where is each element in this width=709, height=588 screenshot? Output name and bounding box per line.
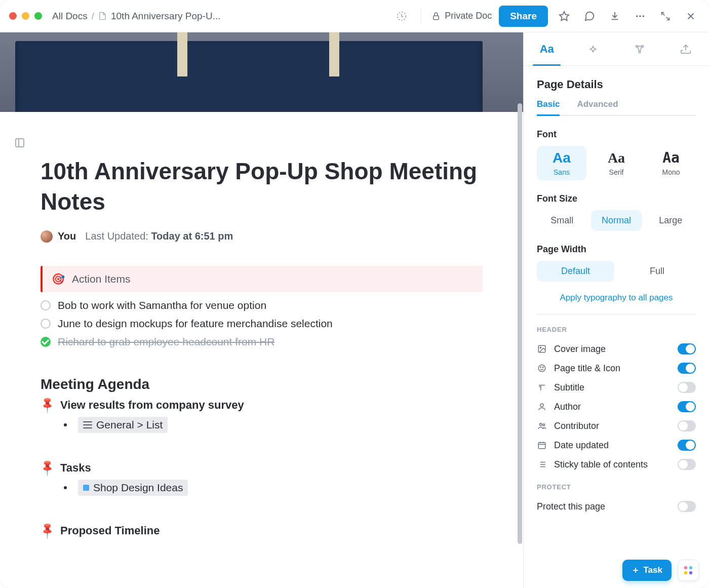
close-window-icon[interactable] (9, 12, 17, 20)
panel-subtabs: Basic Advanced (537, 99, 696, 116)
font-sans[interactable]: AaSans (537, 146, 586, 180)
timeline-bullet[interactable]: 📌 Proposed Timeline (41, 524, 483, 537)
row-label: Subtitle (554, 382, 671, 393)
action-item-text[interactable]: Bob to work with Samantha for venue opti… (58, 299, 266, 311)
floating-actions: Task (622, 560, 699, 581)
top-bar: All Docs / 10th Anniversary Pop-U... Pri… (0, 0, 709, 32)
breadcrumb-separator: / (92, 11, 94, 22)
row-subtitle: Subtitle (537, 378, 696, 397)
font-size-normal[interactable]: Normal (591, 210, 641, 231)
action-items-callout[interactable]: 🎯 Action Items (41, 266, 483, 292)
font-serif[interactable]: AaSerif (592, 146, 641, 180)
tab-ai[interactable] (570, 32, 617, 65)
page-details-panel: Aa Page Details Basic Advanced Font AaSa… (523, 32, 709, 588)
divider (537, 314, 696, 315)
collapse-icon[interactable] (656, 7, 675, 25)
toggle-cover[interactable] (678, 343, 696, 355)
toggle-date-updated[interactable] (678, 440, 696, 451)
author-label: You (58, 230, 76, 242)
toggle-author[interactable] (678, 401, 696, 412)
callout-label: Action Items (72, 273, 131, 285)
page-width-full[interactable]: Full (618, 261, 696, 282)
minimize-window-icon[interactable] (22, 12, 29, 20)
breadcrumb-root[interactable]: All Docs (52, 11, 88, 22)
page-meta: You Last Updated: Today at 6:51 pm (41, 230, 483, 243)
bullet-icon (64, 423, 67, 426)
window-controls (9, 12, 42, 20)
download-icon[interactable] (606, 7, 624, 25)
row-label: Author (554, 402, 671, 412)
row-sticky-toc: Sticky table of contents (537, 455, 696, 474)
close-panel-icon[interactable] (682, 7, 700, 25)
scrollbar-thumb[interactable] (518, 103, 522, 544)
tab-export[interactable] (663, 32, 710, 65)
zoom-window-icon[interactable] (34, 12, 42, 20)
emoji-icon (537, 363, 547, 373)
apps-button[interactable] (678, 560, 699, 581)
row-date-updated: Date updated (537, 436, 696, 455)
checkbox-icon[interactable] (41, 300, 51, 310)
action-item[interactable]: Bob to work with Samantha for venue opti… (41, 299, 483, 311)
svg-point-10 (636, 45, 638, 47)
svg-line-6 (662, 12, 665, 15)
history-icon[interactable] (392, 7, 411, 25)
breadcrumb-current[interactable]: 10th Anniversary Pop-U... (111, 11, 221, 22)
page-title[interactable]: 10th Anniversary Pop-Up Shop Meeting Not… (41, 156, 483, 217)
page-width-label: Page Width (537, 244, 696, 255)
calendar-icon (537, 440, 547, 450)
bullet-icon (64, 486, 67, 489)
tab-typography[interactable]: Aa (524, 32, 570, 65)
view-chip[interactable]: General > List (78, 417, 168, 433)
toggle-sticky-toc[interactable] (678, 459, 696, 470)
action-item-text[interactable]: Richard to grab employee headcount from … (58, 336, 274, 348)
privacy-indicator[interactable]: Private Doc (431, 11, 492, 21)
divider (421, 9, 421, 24)
subtab-advanced[interactable]: Advanced (577, 99, 618, 115)
users-icon (537, 421, 547, 431)
row-label: Sticky table of contents (554, 459, 671, 470)
tab-relations[interactable] (616, 32, 663, 65)
font-mono[interactable]: AaMono (646, 146, 696, 180)
toggle-subtitle[interactable] (678, 382, 696, 393)
subtab-basic[interactable]: Basic (537, 99, 560, 116)
tasks-bullet[interactable]: 📌 Tasks (41, 461, 483, 475)
toggle-title-icon[interactable] (678, 363, 696, 374)
toc-icon (537, 459, 547, 469)
agenda-bullet[interactable]: 📌 View results from company survey (41, 399, 483, 412)
more-icon[interactable] (631, 7, 649, 25)
font-size-small[interactable]: Small (537, 210, 587, 231)
page-width-default[interactable]: Default (537, 261, 614, 282)
apply-all-link[interactable]: Apply typography to all pages (537, 293, 696, 303)
tasks-sub-bullet: Shop Design Ideas (64, 480, 483, 496)
font-size-picker: Small Normal Large (537, 210, 696, 231)
action-items-list: Bob to work with Samantha for venue opti… (41, 299, 483, 348)
font-size-large[interactable]: Large (646, 210, 696, 231)
cover-image[interactable] (0, 32, 523, 112)
checkbox-checked-icon[interactable] (41, 337, 51, 347)
list-icon (83, 421, 92, 428)
comments-icon[interactable] (580, 7, 599, 25)
checkbox-icon[interactable] (41, 319, 51, 329)
scrollbar[interactable] (516, 32, 523, 588)
svg-point-20 (543, 424, 545, 426)
font-picker: AaSans AaSerif AaMono (537, 146, 696, 180)
svg-point-14 (540, 347, 541, 348)
action-item[interactable]: Richard to grab employee headcount from … (41, 336, 483, 348)
share-button[interactable]: Share (499, 6, 548, 27)
font-size-label: Font Size (537, 193, 696, 204)
task-status-icon (83, 485, 89, 491)
toggle-protect[interactable] (678, 501, 696, 512)
text-icon (537, 382, 547, 393)
task-chip[interactable]: Shop Design Ideas (78, 480, 188, 496)
page-width-picker: Default Full (537, 261, 696, 282)
avatar (41, 230, 53, 243)
section-heading-agenda[interactable]: Meeting Agenda (41, 376, 483, 393)
favorite-icon[interactable] (555, 7, 573, 25)
svg-point-17 (543, 367, 544, 368)
target-icon: 🎯 (52, 273, 65, 285)
new-task-button[interactable]: Task (622, 560, 672, 581)
action-item[interactable]: June to design mockups for feature merch… (41, 318, 483, 330)
toggle-contributor[interactable] (678, 420, 696, 432)
action-item-text[interactable]: June to design mockups for feature merch… (58, 318, 333, 330)
sidebar-toggle-icon[interactable] (15, 138, 24, 147)
